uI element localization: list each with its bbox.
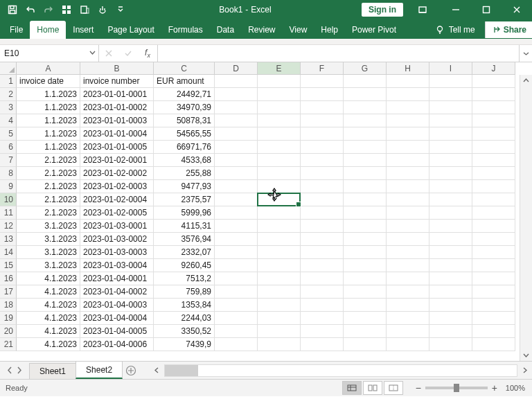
sign-in-button[interactable]: Sign in (362, 3, 403, 17)
cell[interactable]: 1.1.2023 (17, 141, 80, 154)
cell[interactable] (387, 246, 429, 259)
cell[interactable]: 2.1.2023 (17, 193, 80, 206)
cell[interactable] (215, 233, 258, 246)
cell[interactable]: 1.1.2023 (17, 127, 80, 141)
cell[interactable] (215, 167, 258, 180)
cell[interactable] (258, 154, 301, 167)
cell[interactable] (215, 114, 258, 127)
ribbon-tab-home[interactable]: Home (30, 21, 66, 39)
cell[interactable] (215, 75, 258, 88)
cell[interactable]: 3576,94 (154, 233, 215, 246)
cell[interactable] (387, 180, 429, 193)
row-header-12[interactable]: 12 (0, 220, 17, 233)
cell[interactable] (429, 285, 472, 299)
cell[interactable] (429, 325, 472, 338)
cell[interactable] (387, 114, 429, 127)
cell[interactable] (429, 101, 472, 114)
cell[interactable] (472, 312, 515, 325)
cell[interactable]: 1.1.2023 (17, 114, 80, 127)
cell[interactable]: 2023-01-01-0004 (80, 127, 154, 141)
ribbon-tab-data[interactable]: Data (210, 21, 241, 39)
enter-formula-button[interactable] (118, 49, 138, 57)
cell[interactable] (215, 338, 258, 351)
cell[interactable] (429, 127, 472, 141)
cell[interactable] (258, 127, 301, 141)
cell[interactable] (387, 338, 429, 351)
cell[interactable] (472, 246, 515, 259)
ribbon-tab-review[interactable]: Review (241, 21, 282, 39)
cell[interactable] (215, 312, 258, 325)
column-header-H[interactable]: H (387, 62, 429, 75)
cell[interactable]: 2023-01-02-0005 (80, 206, 154, 220)
cell[interactable] (344, 272, 387, 285)
cancel-formula-button[interactable] (99, 49, 118, 57)
scroll-down-button[interactable] (520, 349, 532, 361)
spreadsheet-grid[interactable]: ABCDEFGHIJ 12345678910111213141516171819… (0, 62, 532, 361)
cell[interactable] (258, 101, 301, 114)
cell[interactable] (344, 154, 387, 167)
cell[interactable]: 2023-01-01-0001 (80, 88, 154, 101)
column-header-C[interactable]: C (154, 62, 215, 75)
row-header-18[interactable]: 18 (0, 299, 17, 312)
row-header-15[interactable]: 15 (0, 259, 17, 272)
cell[interactable] (472, 325, 515, 338)
ribbon-tab-formulas[interactable]: Formulas (161, 21, 210, 39)
cell[interactable]: 3.1.2023 (17, 259, 80, 272)
cell[interactable] (301, 272, 344, 285)
cell[interactable] (387, 259, 429, 272)
cell[interactable] (215, 246, 258, 259)
cell[interactable] (472, 338, 515, 351)
cell[interactable] (301, 167, 344, 180)
cell[interactable] (472, 88, 515, 101)
cell[interactable]: 4115,31 (154, 220, 215, 233)
cell[interactable]: 2023-01-02-0001 (80, 154, 154, 167)
cell[interactable] (429, 259, 472, 272)
cell[interactable]: invoice date (17, 75, 80, 88)
cell[interactable] (387, 154, 429, 167)
chevron-down-icon[interactable] (89, 50, 96, 56)
tell-me-button[interactable]: Tell me (429, 25, 481, 35)
cell[interactable] (472, 101, 515, 114)
cell[interactable] (215, 206, 258, 220)
cell[interactable] (301, 325, 344, 338)
cell[interactable] (344, 220, 387, 233)
cell[interactable] (472, 206, 515, 220)
touch-mode-button[interactable] (94, 1, 111, 18)
column-header-E[interactable]: E (258, 62, 301, 75)
row-header-10[interactable]: 10 (0, 193, 17, 206)
column-header-B[interactable]: B (80, 62, 154, 75)
cell[interactable] (472, 285, 515, 299)
cell[interactable] (429, 272, 472, 285)
row-header-19[interactable]: 19 (0, 312, 17, 325)
cell[interactable]: 7439,9 (154, 338, 215, 351)
zoom-slider[interactable] (425, 387, 488, 389)
cell[interactable]: 2023-01-02-0004 (80, 193, 154, 206)
page-break-view-button[interactable] (384, 381, 403, 395)
row-header-1[interactable]: 1 (0, 75, 17, 88)
cell[interactable] (344, 233, 387, 246)
cell[interactable] (301, 101, 344, 114)
new-sheet-button[interactable] (122, 362, 140, 379)
cell[interactable] (429, 338, 472, 351)
maximize-button[interactable] (471, 0, 502, 19)
cell[interactable]: 66971,76 (154, 141, 215, 154)
cell[interactable] (301, 127, 344, 141)
normal-view-button[interactable] (342, 381, 362, 395)
name-box[interactable]: E10 (0, 45, 99, 62)
cell[interactable] (344, 180, 387, 193)
cell[interactable]: 2.1.2023 (17, 154, 80, 167)
vertical-scrollbar[interactable] (520, 75, 532, 361)
redo-button[interactable] (40, 1, 57, 18)
cell[interactable] (344, 88, 387, 101)
cell[interactable]: 3.1.2023 (17, 233, 80, 246)
zoom-out-button[interactable]: − (416, 382, 421, 393)
cell[interactable] (472, 193, 515, 206)
cell[interactable] (215, 285, 258, 299)
row-header-16[interactable]: 16 (0, 272, 17, 285)
column-header-G[interactable]: G (344, 62, 387, 75)
cell[interactable]: 3.1.2023 (17, 220, 80, 233)
page-layout-view-button[interactable] (363, 381, 382, 395)
ribbon-tab-file[interactable]: File (3, 21, 30, 39)
cell[interactable]: 4.1.2023 (17, 285, 80, 299)
cell[interactable] (215, 127, 258, 141)
